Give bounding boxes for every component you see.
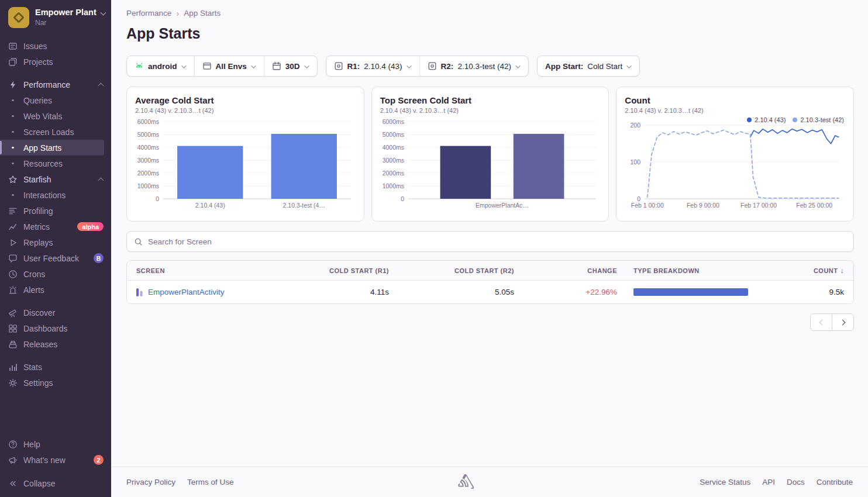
count-line-chart: 0100200Feb 1 00:00Feb 9 00:00Feb 17 00:0… <box>625 117 845 210</box>
contribute-link[interactable]: Contribute <box>817 478 853 486</box>
column-header-screen[interactable]: SCREEN <box>136 267 290 274</box>
sidebar-collapse-button[interactable]: Collapse <box>0 475 111 491</box>
date-range-filter-value: 30D <box>285 62 300 71</box>
sidebar-item-label: Screen Loads <box>23 127 74 137</box>
svg-text:3000ms: 3000ms <box>382 157 404 164</box>
svg-text:5000ms: 5000ms <box>137 131 159 138</box>
sidebar-item-user-feedback[interactable]: User Feedback B <box>0 250 111 266</box>
release-icon <box>428 61 437 71</box>
svg-text:0: 0 <box>638 195 641 202</box>
bullet-icon <box>8 112 18 121</box>
privacy-policy-link[interactable]: Privacy Policy <box>126 478 175 486</box>
date-range-filter-button[interactable]: 30D <box>264 56 317 76</box>
docs-link[interactable]: Docs <box>787 478 805 486</box>
legend-label: 2.10.4 (43) <box>755 116 786 123</box>
alpha-badge: alpha <box>77 222 104 231</box>
org-name: Empower Plant <box>35 8 97 17</box>
sidebar-item-profiling[interactable]: Profiling <box>0 203 111 219</box>
footer: Privacy Policy Terms of Use Service Stat… <box>111 467 868 497</box>
page-content: Performance › App Starts App Starts andr… <box>111 0 868 467</box>
svg-text:2.10.3-test (4…: 2.10.3-test (4… <box>283 202 325 209</box>
service-status-link[interactable]: Service Status <box>700 478 750 486</box>
sidebar-item-screen-loads[interactable]: Screen Loads <box>0 124 111 140</box>
column-header-cold-start-r2[interactable]: COLD START (R2) <box>389 267 514 274</box>
sidebar-item-queries[interactable]: Queries <box>0 92 111 108</box>
chevron-down-icon <box>516 64 521 68</box>
column-header-count[interactable]: COUNT ↓ <box>750 267 844 275</box>
main-area: Performance › App Starts App Starts andr… <box>111 0 868 497</box>
whats-new-count-badge: 2 <box>94 455 104 465</box>
sidebar-item-web-vitals[interactable]: Web Vitals <box>0 108 111 124</box>
gear-icon <box>8 378 18 388</box>
project-filter-button[interactable]: android <box>127 56 194 76</box>
release-r2-filter-button[interactable]: R2: 2.10.3-test (42) <box>419 56 528 76</box>
chart-legend: 2.10.4 (43) 2.10.3-test (42) <box>747 116 844 123</box>
nav-divider <box>0 352 111 359</box>
screen-link[interactable]: EmpowerPlantActivity <box>148 288 225 296</box>
sidebar-item-settings[interactable]: Settings <box>0 375 111 391</box>
app-start-filter-label: App Start: <box>545 62 583 71</box>
release-r1-value: 2.10.4 (43) <box>364 62 402 71</box>
sidebar-item-label: Dashboards <box>23 324 68 333</box>
sentry-logo <box>458 474 476 490</box>
app-start-type-filter-button[interactable]: App Start: Cold Start <box>538 56 639 76</box>
average-cold-start-bar-chart: 01000ms2000ms3000ms4000ms5000ms6000ms2.1… <box>135 117 356 210</box>
release-filter-group: R1: 2.10.4 (43) R2: 2.10.3-test (42) <box>326 56 529 77</box>
legend-label: 2.10.3-test (42) <box>800 116 844 123</box>
terms-of-use-link[interactable]: Terms of Use <box>187 478 234 486</box>
sidebar-item-discover[interactable]: Discover <box>0 305 111 320</box>
search-input[interactable] <box>148 237 846 246</box>
org-logo <box>8 7 29 28</box>
sidebar-item-interactions[interactable]: Interactions <box>0 187 111 203</box>
filter-bar: android All Envs 30D R1: <box>126 56 854 77</box>
breadcrumb-performance[interactable]: Performance <box>126 9 171 18</box>
profiling-icon <box>8 206 18 216</box>
column-header-type-breakdown[interactable]: TYPE BREAKDOWN <box>617 267 750 274</box>
previous-page-button[interactable] <box>810 313 832 331</box>
chart-title: Count <box>625 95 845 105</box>
svg-text:100: 100 <box>631 158 641 165</box>
sidebar-item-replays[interactable]: Replays <box>0 234 111 250</box>
sidebar-item-label: Discover <box>23 308 55 317</box>
bullet-icon <box>8 127 18 137</box>
sidebar-section-performance[interactable]: Performance <box>0 77 111 92</box>
api-link[interactable]: API <box>762 478 775 486</box>
sidebar-item-label: Settings <box>23 378 53 388</box>
sidebar-item-help[interactable]: Help <box>0 436 111 452</box>
sidebar-item-stats[interactable]: Stats <box>0 359 111 375</box>
svg-text:4000ms: 4000ms <box>382 144 404 151</box>
sidebar-section-starfish[interactable]: Starfish <box>0 171 111 187</box>
svg-text:5000ms: 5000ms <box>382 131 404 138</box>
sidebar-item-crons[interactable]: Crons <box>0 266 111 282</box>
sidebar-item-dashboards[interactable]: Dashboards <box>0 320 111 336</box>
bar-chart-icon <box>8 363 18 372</box>
sidebar-section-label: Starfish <box>23 175 51 184</box>
svg-text:1000ms: 1000ms <box>382 182 404 189</box>
org-logo-diamond-icon <box>13 12 25 23</box>
release-r1-filter-button[interactable]: R1: 2.10.4 (43) <box>326 56 419 76</box>
sidebar-item-app-starts[interactable]: App Starts <box>0 140 104 156</box>
svg-text:Feb 1 00:00: Feb 1 00:00 <box>631 202 664 209</box>
sidebar-item-label: Stats <box>23 363 42 372</box>
sidebar-item-alerts[interactable]: Alerts <box>0 282 111 298</box>
sidebar-item-projects[interactable]: Projects <box>0 54 111 70</box>
sidebar-item-releases[interactable]: Releases <box>0 336 111 352</box>
sidebar-item-issues[interactable]: Issues <box>0 38 111 54</box>
chart-card-average-cold-start: Average Cold Start 2.10.4 (43) v. 2.10.3… <box>126 87 364 222</box>
next-page-button[interactable] <box>832 313 854 331</box>
feedback-bubble-icon <box>8 254 18 263</box>
type-breakdown-bar[interactable] <box>633 288 748 296</box>
help-question-icon <box>8 440 18 449</box>
sidebar-item-label: Issues <box>23 42 47 51</box>
column-header-cold-start-r1[interactable]: COLD START (R1) <box>290 267 389 274</box>
sidebar-item-metrics[interactable]: Metrics alpha <box>0 219 111 234</box>
org-switcher[interactable]: Empower Plant Nar <box>0 0 111 34</box>
breadcrumb: Performance › App Starts <box>126 9 854 18</box>
svg-text:3000ms: 3000ms <box>137 157 159 164</box>
breadcrumb-separator-icon: › <box>176 9 179 18</box>
sidebar-item-resources[interactable]: Resources <box>0 156 111 171</box>
environment-filter-button[interactable]: All Envs <box>194 56 264 76</box>
cold-start-r2-value: 5.05s <box>389 288 514 296</box>
column-header-change[interactable]: CHANGE <box>514 267 617 274</box>
sidebar-item-whats-new[interactable]: What's new 2 <box>0 452 111 468</box>
